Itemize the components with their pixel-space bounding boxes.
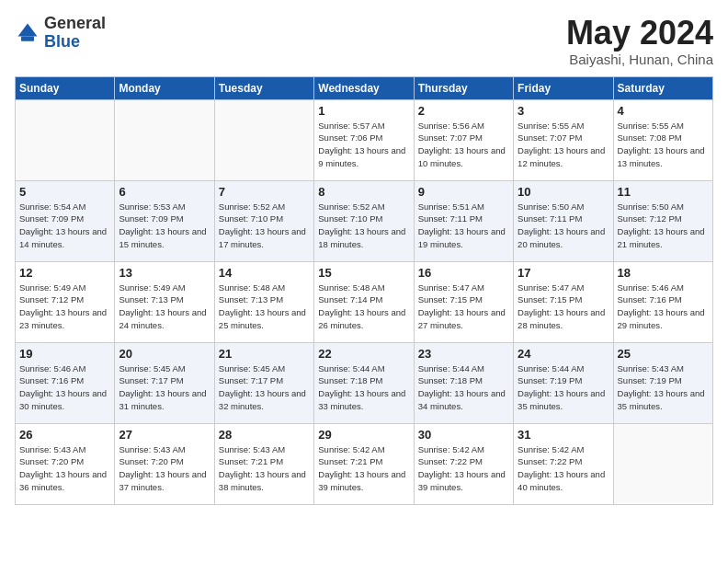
weekday-header: Wednesday <box>314 76 414 99</box>
calendar-cell: 11Sunrise: 5:50 AM Sunset: 7:12 PM Dayli… <box>613 180 712 261</box>
day-info: Sunrise: 5:52 AM Sunset: 7:10 PM Dayligh… <box>219 201 310 251</box>
calendar-cell <box>16 99 115 180</box>
day-number: 1 <box>318 104 409 118</box>
day-info: Sunrise: 5:43 AM Sunset: 7:20 PM Dayligh… <box>19 443 110 494</box>
day-number: 13 <box>119 266 210 280</box>
calendar-cell: 5Sunrise: 5:54 AM Sunset: 7:09 PM Daylig… <box>16 180 115 261</box>
day-info: Sunrise: 5:56 AM Sunset: 7:07 PM Dayligh… <box>418 120 509 170</box>
day-number: 10 <box>518 185 609 199</box>
page-header: General Blue May 2024 Baiyashi, Hunan, C… <box>15 15 713 67</box>
calendar-cell: 4Sunrise: 5:55 AM Sunset: 7:08 PM Daylig… <box>613 99 712 180</box>
calendar-week-row: 19Sunrise: 5:46 AM Sunset: 7:16 PM Dayli… <box>16 342 713 423</box>
day-number: 25 <box>618 347 709 361</box>
day-info: Sunrise: 5:50 AM Sunset: 7:11 PM Dayligh… <box>518 201 609 251</box>
day-info: Sunrise: 5:42 AM Sunset: 7:21 PM Dayligh… <box>318 443 409 494</box>
day-number: 31 <box>518 428 609 442</box>
calendar-cell: 8Sunrise: 5:52 AM Sunset: 7:10 PM Daylig… <box>314 180 414 261</box>
day-number: 22 <box>318 347 409 361</box>
calendar-cell: 22Sunrise: 5:44 AM Sunset: 7:18 PM Dayli… <box>314 342 414 423</box>
logo-blue-text: Blue <box>44 33 106 52</box>
calendar-week-row: 26Sunrise: 5:43 AM Sunset: 7:20 PM Dayli… <box>16 423 713 504</box>
calendar-cell: 13Sunrise: 5:49 AM Sunset: 7:13 PM Dayli… <box>115 261 214 342</box>
day-info: Sunrise: 5:43 AM Sunset: 7:20 PM Dayligh… <box>119 443 210 494</box>
day-info: Sunrise: 5:43 AM Sunset: 7:19 PM Dayligh… <box>618 362 709 413</box>
calendar-cell: 14Sunrise: 5:48 AM Sunset: 7:13 PM Dayli… <box>214 261 313 342</box>
day-info: Sunrise: 5:46 AM Sunset: 7:16 PM Dayligh… <box>618 282 709 332</box>
day-number: 28 <box>219 428 310 442</box>
day-info: Sunrise: 5:48 AM Sunset: 7:13 PM Dayligh… <box>219 282 310 332</box>
calendar-cell: 9Sunrise: 5:51 AM Sunset: 7:11 PM Daylig… <box>414 180 513 261</box>
day-info: Sunrise: 5:50 AM Sunset: 7:12 PM Dayligh… <box>618 201 709 251</box>
day-info: Sunrise: 5:47 AM Sunset: 7:15 PM Dayligh… <box>418 282 509 332</box>
calendar-cell: 6Sunrise: 5:53 AM Sunset: 7:09 PM Daylig… <box>115 180 214 261</box>
day-info: Sunrise: 5:48 AM Sunset: 7:14 PM Dayligh… <box>318 282 409 332</box>
calendar-cell: 21Sunrise: 5:45 AM Sunset: 7:17 PM Dayli… <box>214 342 313 423</box>
calendar-cell: 19Sunrise: 5:46 AM Sunset: 7:16 PM Dayli… <box>16 342 115 423</box>
logo: General Blue <box>15 15 106 52</box>
calendar-cell: 12Sunrise: 5:49 AM Sunset: 7:12 PM Dayli… <box>16 261 115 342</box>
calendar-week-row: 5Sunrise: 5:54 AM Sunset: 7:09 PM Daylig… <box>16 180 713 261</box>
weekday-header: Friday <box>514 76 613 99</box>
calendar-cell: 18Sunrise: 5:46 AM Sunset: 7:16 PM Dayli… <box>613 261 712 342</box>
day-number: 12 <box>19 266 110 280</box>
calendar-title: May 2024 <box>566 15 713 52</box>
day-info: Sunrise: 5:45 AM Sunset: 7:17 PM Dayligh… <box>219 362 310 413</box>
calendar-cell: 2Sunrise: 5:56 AM Sunset: 7:07 PM Daylig… <box>414 99 513 180</box>
calendar-cell: 25Sunrise: 5:43 AM Sunset: 7:19 PM Dayli… <box>613 342 712 423</box>
day-number: 17 <box>518 266 609 280</box>
day-info: Sunrise: 5:49 AM Sunset: 7:13 PM Dayligh… <box>119 282 210 332</box>
calendar-cell: 26Sunrise: 5:43 AM Sunset: 7:20 PM Dayli… <box>16 423 115 504</box>
logo-icon <box>15 20 40 46</box>
calendar-cell: 31Sunrise: 5:42 AM Sunset: 7:22 PM Dayli… <box>514 423 613 504</box>
day-info: Sunrise: 5:47 AM Sunset: 7:15 PM Dayligh… <box>518 282 609 332</box>
weekday-header: Monday <box>115 76 214 99</box>
calendar-subtitle: Baiyashi, Hunan, China <box>566 52 713 67</box>
day-info: Sunrise: 5:53 AM Sunset: 7:09 PM Dayligh… <box>119 201 210 251</box>
day-number: 21 <box>219 347 310 361</box>
day-number: 19 <box>19 347 110 361</box>
day-number: 5 <box>19 185 110 199</box>
day-info: Sunrise: 5:46 AM Sunset: 7:16 PM Dayligh… <box>19 362 110 413</box>
calendar-cell: 28Sunrise: 5:43 AM Sunset: 7:21 PM Dayli… <box>214 423 313 504</box>
day-info: Sunrise: 5:44 AM Sunset: 7:19 PM Dayligh… <box>518 362 609 413</box>
day-info: Sunrise: 5:51 AM Sunset: 7:11 PM Dayligh… <box>418 201 509 251</box>
calendar-table: SundayMondayTuesdayWednesdayThursdayFrid… <box>15 76 713 505</box>
day-number: 29 <box>318 428 409 442</box>
day-number: 9 <box>418 185 509 199</box>
weekday-header: Sunday <box>16 76 115 99</box>
day-info: Sunrise: 5:42 AM Sunset: 7:22 PM Dayligh… <box>418 443 509 494</box>
day-info: Sunrise: 5:55 AM Sunset: 7:07 PM Dayligh… <box>518 120 609 170</box>
day-number: 20 <box>119 347 210 361</box>
svg-rect-1 <box>21 36 34 40</box>
calendar-cell: 30Sunrise: 5:42 AM Sunset: 7:22 PM Dayli… <box>414 423 513 504</box>
day-number: 4 <box>618 104 709 118</box>
calendar-cell <box>115 99 214 180</box>
day-number: 11 <box>618 185 709 199</box>
calendar-week-row: 1Sunrise: 5:57 AM Sunset: 7:06 PM Daylig… <box>16 99 713 180</box>
calendar-cell: 10Sunrise: 5:50 AM Sunset: 7:11 PM Dayli… <box>514 180 613 261</box>
day-info: Sunrise: 5:44 AM Sunset: 7:18 PM Dayligh… <box>318 362 409 413</box>
calendar-cell: 7Sunrise: 5:52 AM Sunset: 7:10 PM Daylig… <box>214 180 313 261</box>
logo-general-text: General <box>44 15 106 33</box>
weekday-header: Saturday <box>613 76 712 99</box>
day-number: 27 <box>119 428 210 442</box>
calendar-cell: 23Sunrise: 5:44 AM Sunset: 7:18 PM Dayli… <box>414 342 513 423</box>
weekday-header: Thursday <box>414 76 513 99</box>
day-info: Sunrise: 5:55 AM Sunset: 7:08 PM Dayligh… <box>618 120 709 170</box>
day-number: 14 <box>219 266 310 280</box>
day-info: Sunrise: 5:52 AM Sunset: 7:10 PM Dayligh… <box>318 201 409 251</box>
weekday-header: Tuesday <box>214 76 313 99</box>
day-number: 30 <box>418 428 509 442</box>
day-info: Sunrise: 5:43 AM Sunset: 7:21 PM Dayligh… <box>219 443 310 494</box>
calendar-cell: 3Sunrise: 5:55 AM Sunset: 7:07 PM Daylig… <box>514 99 613 180</box>
day-number: 8 <box>318 185 409 199</box>
calendar-cell: 1Sunrise: 5:57 AM Sunset: 7:06 PM Daylig… <box>314 99 414 180</box>
calendar-cell: 15Sunrise: 5:48 AM Sunset: 7:14 PM Dayli… <box>314 261 414 342</box>
day-number: 24 <box>518 347 609 361</box>
weekday-header-row: SundayMondayTuesdayWednesdayThursdayFrid… <box>16 76 713 99</box>
day-info: Sunrise: 5:49 AM Sunset: 7:12 PM Dayligh… <box>19 282 110 332</box>
day-number: 23 <box>418 347 509 361</box>
calendar-cell: 29Sunrise: 5:42 AM Sunset: 7:21 PM Dayli… <box>314 423 414 504</box>
svg-marker-0 <box>18 23 38 36</box>
calendar-cell <box>613 423 712 504</box>
